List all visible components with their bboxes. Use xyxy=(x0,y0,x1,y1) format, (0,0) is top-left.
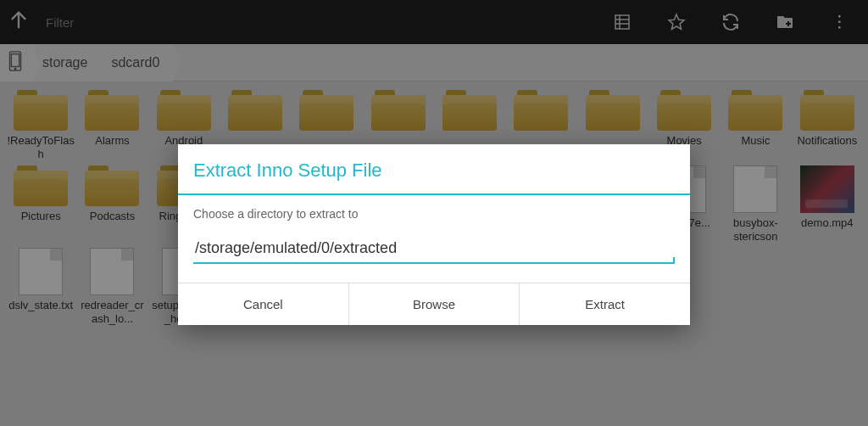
extract-dialog: Extract Inno Setup File Choose a directo… xyxy=(178,144,690,325)
path-input-wrap xyxy=(193,236,675,264)
dialog-prompt: Choose a directory to extract to xyxy=(193,207,675,221)
dialog-button-row: Cancel Browse Extract xyxy=(178,283,690,325)
browse-button[interactable]: Browse xyxy=(349,283,520,325)
extract-path-input[interactable] xyxy=(193,236,675,264)
cancel-button[interactable]: Cancel xyxy=(178,283,349,325)
dialog-title: Extract Inno Setup File xyxy=(178,144,690,195)
dialog-body: Choose a directory to extract to xyxy=(178,195,690,271)
extract-button[interactable]: Extract xyxy=(520,283,690,325)
